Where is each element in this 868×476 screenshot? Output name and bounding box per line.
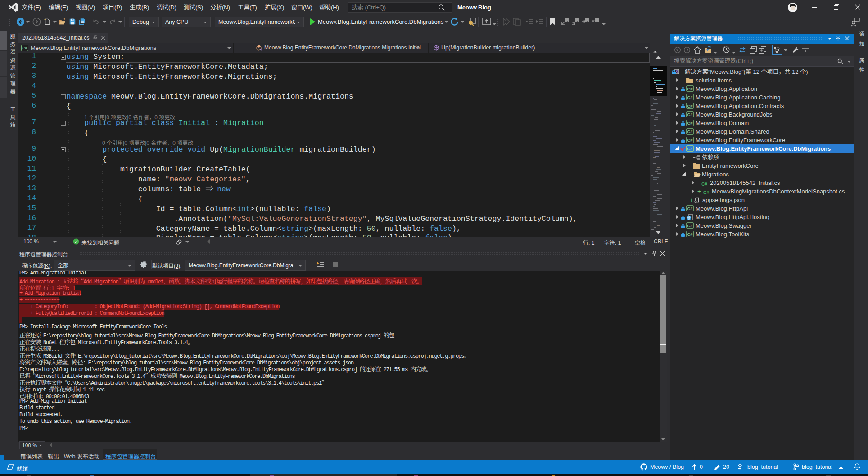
svg-text:C#: C# (22, 46, 27, 50)
